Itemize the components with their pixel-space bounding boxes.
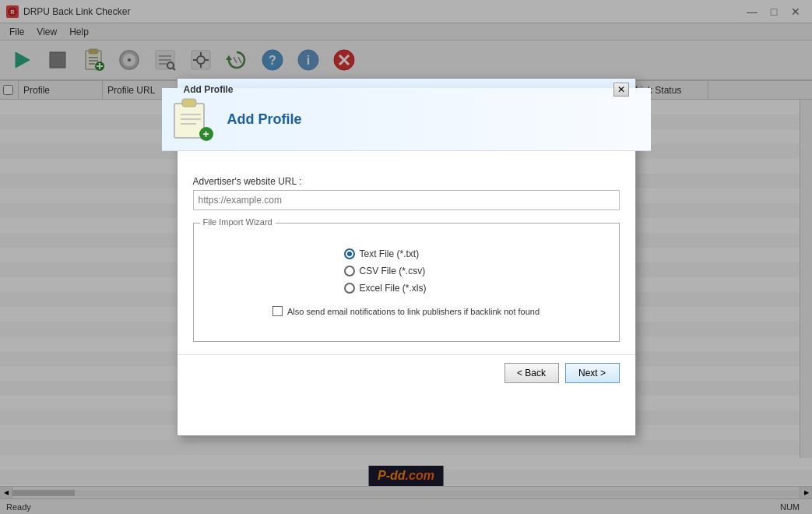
wizard-legend-text: File Import Wizard bbox=[200, 217, 276, 227]
dialog-heading-text: Add Profile bbox=[227, 111, 302, 128]
radio-txt-dot bbox=[347, 252, 352, 256]
email-notify-checkbox[interactable]: Also send email notifications to link pu… bbox=[272, 306, 540, 316]
radio-txt-label: Text File (*.txt) bbox=[360, 248, 420, 259]
dialog-footer: < Back Next > bbox=[178, 354, 635, 391]
radio-csv[interactable]: CSV File (*.csv) bbox=[344, 266, 469, 276]
dialog-header-area: + Add Profile bbox=[162, 88, 651, 151]
radio-xls-circle bbox=[344, 283, 355, 294]
radio-xls-label: Excel File (*.xls) bbox=[360, 283, 427, 294]
add-badge: + bbox=[199, 127, 213, 141]
radio-csv-circle bbox=[344, 266, 355, 276]
modal-overlay: Add Profile ✕ + Add P bbox=[0, 0, 812, 514]
checkbox-box bbox=[272, 306, 283, 316]
radio-group: Text File (*.txt) CSV File (*.csv) Excel… bbox=[206, 236, 606, 329]
dialog-close-button[interactable]: ✕ bbox=[613, 83, 629, 97]
radio-txt[interactable]: Text File (*.txt) bbox=[344, 248, 469, 259]
radio-txt-circle bbox=[344, 248, 355, 259]
dialog-icon: + bbox=[171, 97, 215, 141]
dialog-title-text: Add Profile bbox=[184, 84, 613, 95]
svg-rect-38 bbox=[182, 99, 196, 107]
back-button[interactable]: < Back bbox=[504, 363, 559, 383]
radio-xls[interactable]: Excel File (*.xls) bbox=[344, 283, 469, 294]
checkbox-label: Also send email notifications to link pu… bbox=[287, 307, 540, 316]
radio-csv-label: CSV File (*.csv) bbox=[360, 266, 426, 276]
next-button[interactable]: Next > bbox=[565, 363, 620, 383]
wizard-box: File Import Wizard Text File (*.txt) CSV… bbox=[193, 223, 620, 342]
advertiser-url-label: Advertiser's website URL : bbox=[193, 176, 620, 187]
advertiser-url-input[interactable] bbox=[193, 190, 620, 210]
add-profile-dialog: Add Profile ✕ + Add P bbox=[177, 78, 636, 436]
dialog-body: Advertiser's website URL : File Import W… bbox=[178, 164, 635, 354]
